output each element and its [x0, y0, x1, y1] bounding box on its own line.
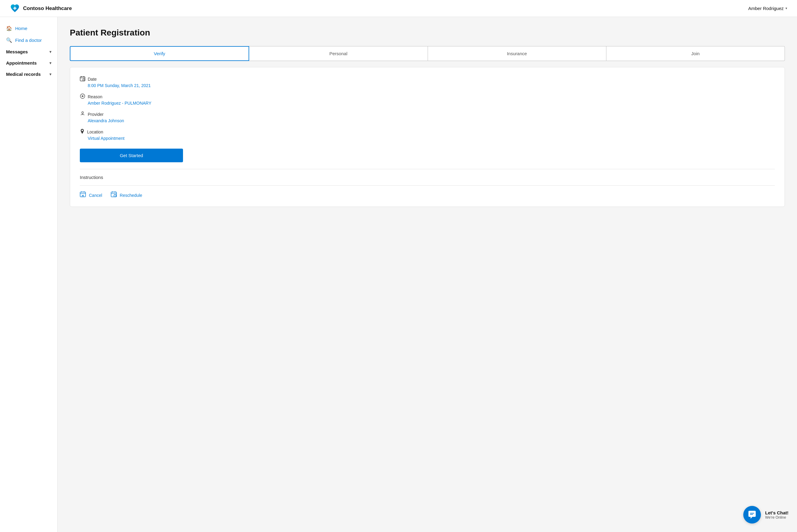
messages-chevron-icon: ▾: [50, 50, 51, 54]
logo-area: Contoso Healthcare: [10, 3, 72, 14]
provider-icon: [80, 111, 85, 118]
medical-records-chevron-icon: ▾: [50, 72, 51, 76]
logo-icon: [10, 3, 20, 14]
reason-row: Reason Amber Rodriguez - PULMONARY: [80, 93, 775, 106]
reason-label-row: Reason: [80, 93, 775, 100]
chat-text: Let's Chat! We're Online: [765, 510, 789, 519]
provider-row: Provider Alexandra Johnson: [80, 111, 775, 123]
sidebar-item-messages[interactable]: Messages ▾: [0, 46, 57, 57]
registration-tabs: Verify Personal Insurance Join: [70, 46, 785, 61]
user-name: Amber Rodriguez: [748, 6, 784, 11]
page-title: Patient Registration: [70, 28, 785, 38]
date-value: 8:00 PM Sunday, March 21, 2021: [88, 83, 775, 88]
appointment-card: Date 8:00 PM Sunday, March 21, 2021 Reas…: [70, 67, 785, 207]
reschedule-icon: [111, 191, 117, 199]
location-label-row: Location: [80, 129, 775, 135]
svg-rect-21: [750, 513, 754, 513]
date-label: Date: [88, 77, 97, 81]
instructions-label: Instructions: [80, 175, 775, 180]
divider-2: [80, 185, 775, 186]
user-chevron-icon: ▾: [785, 6, 787, 10]
sidebar-item-find-doctor[interactable]: 🔍 Find a doctor: [0, 34, 57, 46]
reason-icon: [80, 93, 85, 100]
cancel-label: Cancel: [89, 193, 102, 198]
sidebar-item-medical-records[interactable]: Medical records ▾: [0, 69, 57, 80]
sidebar-item-home[interactable]: 🏠 Home: [0, 22, 57, 34]
card-actions: Cancel Reschedule: [80, 191, 775, 199]
sidebar-home-label: Home: [15, 26, 27, 31]
cancel-icon: [80, 191, 87, 199]
brand-name: Contoso Healthcare: [23, 5, 72, 12]
page-layout: 🏠 Home 🔍 Find a doctor Messages ▾ Appoin…: [0, 17, 797, 532]
cancel-button[interactable]: Cancel: [80, 191, 102, 199]
sidebar-messages-label: Messages: [6, 49, 28, 54]
appointments-chevron-icon: ▾: [50, 61, 51, 65]
tab-verify[interactable]: Verify: [70, 46, 249, 61]
provider-value: Alexandra Johnson: [88, 118, 775, 123]
svg-point-8: [82, 96, 83, 97]
chat-bubble[interactable]: Let's Chat! We're Online: [743, 506, 789, 524]
user-menu[interactable]: Amber Rodriguez ▾: [748, 6, 787, 11]
sidebar-item-appointments[interactable]: Appointments ▾: [0, 57, 57, 69]
svg-rect-10: [80, 192, 86, 197]
chat-subtitle: We're Online: [765, 515, 789, 519]
chat-icon: [747, 510, 757, 519]
sidebar: 🏠 Home 🔍 Find a doctor Messages ▾ Appoin…: [0, 17, 58, 532]
svg-rect-22: [750, 514, 753, 515]
location-value: Virtual Appointment: [88, 136, 775, 141]
app-header: Contoso Healthcare Amber Rodriguez ▾: [0, 0, 797, 17]
chat-title: Let's Chat!: [765, 510, 789, 515]
date-label-row: Date: [80, 76, 775, 82]
get-started-button[interactable]: Get Started: [80, 149, 183, 162]
reschedule-label: Reschedule: [120, 193, 142, 198]
location-row: Location Virtual Appointment: [80, 129, 775, 141]
chat-icon-circle[interactable]: [743, 506, 761, 524]
location-icon: [80, 129, 85, 135]
tab-insurance[interactable]: Insurance: [428, 46, 606, 61]
tab-join[interactable]: Join: [606, 46, 785, 61]
home-icon: 🏠: [6, 25, 12, 31]
find-doctor-icon: 🔍: [6, 37, 12, 43]
date-icon: [80, 76, 85, 82]
provider-label: Provider: [88, 112, 104, 117]
sidebar-appointments-label: Appointments: [6, 60, 37, 65]
provider-label-row: Provider: [80, 111, 775, 118]
reason-label: Reason: [88, 94, 102, 99]
reschedule-button[interactable]: Reschedule: [111, 191, 142, 199]
reason-value: Amber Rodriguez - PULMONARY: [88, 101, 775, 106]
tab-personal[interactable]: Personal: [249, 46, 428, 61]
main-content: Patient Registration Verify Personal Ins…: [58, 17, 797, 532]
svg-point-9: [82, 112, 84, 113]
location-label: Location: [87, 130, 103, 134]
divider-1: [80, 169, 775, 169]
sidebar-medical-records-label: Medical records: [6, 72, 41, 77]
sidebar-find-doctor-label: Find a doctor: [15, 38, 42, 43]
date-row: Date 8:00 PM Sunday, March 21, 2021: [80, 76, 775, 88]
